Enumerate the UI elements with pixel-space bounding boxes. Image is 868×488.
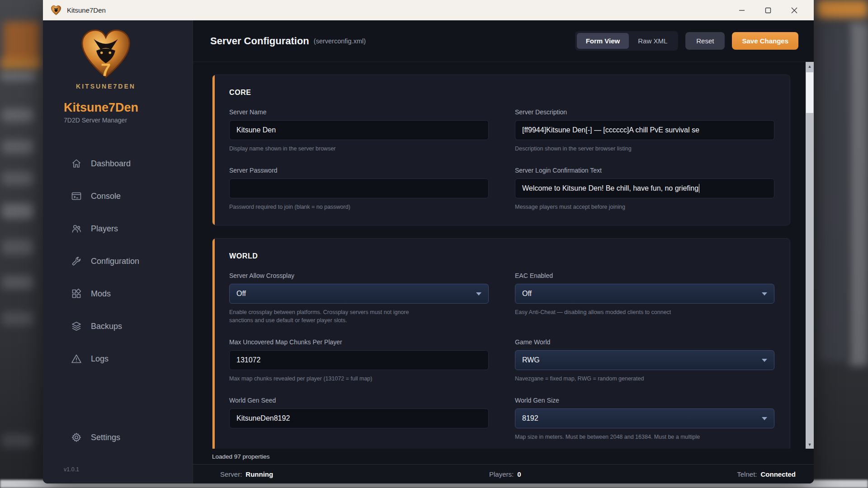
- section-card-core: CORE Server Name Kitsune Den Display nam…: [212, 75, 790, 225]
- server-description-input[interactable]: [ff9944]Kitsune Den[-] — [cccccc]A chill…: [515, 120, 774, 140]
- sidebar-item-label: Console: [91, 192, 121, 201]
- field-login-confirmation: Server Login Confirmation Text Welcome t…: [515, 167, 774, 211]
- chevron-down-icon: [762, 417, 767, 420]
- field-eac-enabled: EAC Enabled Off Easy Anti-Cheat — disabl…: [515, 272, 774, 325]
- text-cursor: [699, 184, 699, 193]
- field-game-world: Game World RWG Navezgane = fixed map, RW…: [515, 338, 774, 383]
- app-name: Kitsune7Den: [64, 101, 193, 115]
- sidebar-item-label: Dashboard: [91, 159, 131, 169]
- field-world-gen-size: World Gen Size 8192 Map size in meters. …: [515, 397, 774, 441]
- section-title: WORLD: [229, 252, 774, 260]
- sidebar-item-label: Players: [91, 224, 118, 234]
- sidebar-item-dashboard[interactable]: Dashboard: [43, 147, 193, 180]
- sidebar-item-label: Configuration: [91, 257, 139, 266]
- config-scroll-area: CORE Server Name Kitsune Den Display nam…: [193, 62, 814, 449]
- sidebar-item-players[interactable]: Players: [43, 212, 193, 245]
- field-server-password: Server Password Password required to joi…: [229, 167, 489, 211]
- field-world-gen-seed: World Gen Seed KitsuneDen8192: [229, 397, 489, 441]
- svg-text:7: 7: [55, 11, 57, 15]
- login-confirmation-input[interactable]: Welcome to Kitsune Den! Be chill, have f…: [515, 178, 774, 198]
- eac-dropdown[interactable]: Off: [515, 284, 774, 304]
- status-bar: Server:Running Players:0 Telnet:Connecte…: [193, 464, 814, 483]
- page-subtitle: (serverconfig.xml): [314, 38, 366, 45]
- world-gen-seed-input[interactable]: KitsuneDen8192: [229, 408, 489, 428]
- sidebar-item-settings[interactable]: Settings: [43, 421, 193, 454]
- logo-caption: KITSUNE7DEN: [63, 83, 149, 90]
- sidebar-item-console[interactable]: Console: [43, 180, 193, 212]
- loaded-properties-text: Loaded 97 properties: [193, 449, 814, 464]
- telnet-status: Telnet:Connected: [737, 470, 796, 478]
- vertical-scrollbar[interactable]: ▲ ▼: [806, 62, 814, 449]
- warning-triangle-icon: [71, 353, 82, 364]
- window-titlebar[interactable]: 7 Kitsune7Den: [43, 0, 814, 20]
- app-version: v1.0.1: [64, 466, 79, 473]
- sidebar-item-label: Backups: [91, 322, 122, 331]
- field-server-allow-crossplay: Server Allow Crossplay Off Enable crossp…: [229, 272, 489, 325]
- reset-button[interactable]: Reset: [685, 32, 725, 50]
- max-chunks-input[interactable]: 131072: [229, 350, 489, 370]
- scroll-down-arrow-icon[interactable]: ▼: [806, 440, 814, 449]
- chevron-down-icon: [476, 292, 481, 296]
- scrollbar-track[interactable]: [806, 70, 814, 440]
- tab-form-view[interactable]: Form View: [577, 33, 629, 49]
- chevron-down-icon: [762, 359, 767, 362]
- app-heart-logo-icon: 7: [51, 5, 61, 16]
- main-panel: Server Configuration (serverconfig.xml) …: [193, 20, 814, 483]
- maximize-icon: [765, 7, 771, 14]
- sidebar-item-logs[interactable]: Logs: [43, 343, 193, 375]
- background-blur-right: [814, 0, 868, 488]
- close-icon: [791, 7, 797, 14]
- svg-text:7: 7: [101, 60, 111, 80]
- scrollbar-thumb[interactable]: [806, 72, 813, 113]
- close-button[interactable]: [781, 0, 807, 20]
- sidebar-item-label: Settings: [91, 433, 120, 442]
- server-name-input[interactable]: Kitsune Den: [229, 120, 489, 140]
- tab-raw-xml[interactable]: Raw XML: [629, 33, 676, 49]
- sidebar-nav: Dashboard Console Players: [43, 147, 193, 375]
- wrench-icon: [71, 256, 82, 267]
- chevron-down-icon: [762, 292, 767, 296]
- section-title: CORE: [229, 89, 774, 97]
- fox-heart-logo-icon: 7: [77, 28, 135, 80]
- sidebar-item-label: Mods: [91, 289, 111, 299]
- app-window: 7 Kitsune7Den: [43, 0, 814, 483]
- background-blur-left: [0, 0, 43, 488]
- field-server-name: Server Name Kitsune Den Display name sho…: [229, 108, 489, 153]
- minimize-button[interactable]: [729, 0, 755, 20]
- layers-icon: [71, 321, 82, 332]
- section-card-world: WORLD Server Allow Crossplay Off Enable …: [212, 238, 790, 449]
- world-gen-size-dropdown[interactable]: 8192: [515, 408, 774, 428]
- mods-grid-icon: [71, 288, 82, 299]
- sidebar: 7 KITSUNE7DEN Kitsune7Den 7D2D Server Ma…: [43, 20, 193, 483]
- app-logo: 7 KITSUNE7DEN: [63, 28, 149, 90]
- field-max-uncovered-chunks: Max Uncovered Map Chunks Per Player 1310…: [229, 338, 489, 383]
- page-title: Server Configuration: [210, 35, 309, 47]
- home-icon: [71, 158, 82, 169]
- server-status: Server:Running: [220, 470, 273, 478]
- sidebar-item-label: Logs: [91, 354, 108, 364]
- console-icon: [71, 191, 82, 202]
- sidebar-item-backups[interactable]: Backups: [43, 310, 193, 343]
- sidebar-item-configuration[interactable]: Configuration: [43, 245, 193, 277]
- crossplay-dropdown[interactable]: Off: [229, 284, 489, 304]
- sidebar-item-mods[interactable]: Mods: [43, 277, 193, 310]
- app-subtitle: 7D2D Server Manager: [64, 117, 193, 124]
- game-world-dropdown[interactable]: RWG: [515, 350, 774, 370]
- server-password-input[interactable]: [229, 178, 489, 198]
- field-server-description: Server Description [ff9944]Kitsune Den[-…: [515, 108, 774, 153]
- view-mode-toggle: Form View Raw XML: [575, 31, 679, 51]
- window-title: Kitsune7Den: [67, 6, 106, 14]
- maximize-button[interactable]: [755, 0, 781, 20]
- players-icon: [71, 223, 82, 234]
- minimize-icon: [739, 7, 745, 14]
- gear-icon: [71, 432, 82, 443]
- players-status: Players:0: [489, 470, 521, 478]
- scroll-up-arrow-icon[interactable]: ▲: [806, 62, 814, 70]
- page-header: Server Configuration (serverconfig.xml) …: [193, 20, 814, 62]
- save-changes-button[interactable]: Save Changes: [732, 32, 798, 50]
